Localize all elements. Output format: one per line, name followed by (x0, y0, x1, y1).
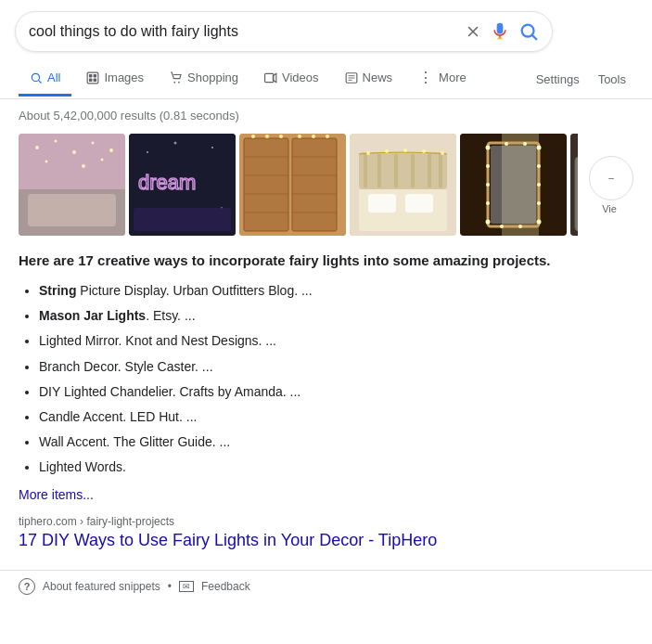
tab-all[interactable]: All (19, 61, 71, 97)
tab-news[interactable]: News (334, 61, 404, 97)
footer-help-text: About featured snippets (43, 580, 160, 593)
svg-text:dream: dream (138, 171, 196, 194)
list-item-text: DIY Lighted Chandelier. Crafts by Amanda… (39, 384, 300, 399)
tab-more[interactable]: ⋮ More (407, 59, 478, 98)
svg-rect-61 (439, 154, 442, 187)
strip-img-svg-4 (350, 134, 456, 236)
svg-point-78 (537, 164, 541, 168)
svg-point-22 (35, 146, 39, 149)
strip-image-5[interactable] (460, 134, 567, 236)
footer-feedback-text[interactable]: Feedback (201, 580, 250, 593)
svg-point-81 (537, 220, 542, 225)
svg-rect-102 (575, 157, 578, 231)
list-item-text: Lighted Mirror. Knot and Nest Designs. .… (39, 333, 276, 348)
list-item: Mason Jar Lights. Etsy. ... (39, 304, 633, 328)
list-item-bold2: Lights (107, 308, 146, 323)
svg-rect-21 (28, 194, 116, 226)
list-item-bold: Mason Jar (39, 308, 107, 323)
svg-point-80 (537, 201, 541, 205)
list-item-text: Candle Accent. LED Hut. ... (39, 409, 197, 424)
svg-rect-6 (88, 72, 99, 84)
svg-point-50 (279, 135, 283, 138)
bullet-list: String Picture Display. Urban Outfitters… (19, 279, 633, 480)
list-item-bold: String (39, 283, 76, 298)
list-item: DIY Lighted Chandelier. Crafts by Amanda… (39, 380, 633, 404)
nav-right: Settings Tools (529, 63, 633, 96)
svg-rect-55 (359, 152, 447, 189)
strip-img-svg-3 (239, 134, 346, 236)
strip-image-6[interactable] (570, 134, 578, 236)
close-icon (465, 23, 481, 40)
mic-button[interactable] (491, 22, 509, 41)
svg-point-79 (537, 183, 541, 187)
nav-tabs: All Images Shopping Videos (0, 52, 652, 99)
svg-point-33 (211, 147, 213, 148)
svg-marker-14 (273, 73, 276, 82)
list-item-text: Wall Accent. The Glitter Guide. ... (39, 434, 230, 449)
svg-rect-58 (394, 154, 398, 187)
svg-rect-57 (377, 154, 381, 187)
strip-image-2[interactable]: dream (129, 134, 236, 236)
main-content: Here are 17 creative ways to incorporate… (0, 247, 652, 551)
view-more-label: – (608, 173, 614, 184)
svg-rect-64 (405, 194, 433, 213)
svg-rect-7 (89, 73, 93, 77)
footer-bar: ? About featured snippets • ✉ Feedback (0, 570, 652, 602)
result-domain: tiphero.com › fairy-light-projects (19, 515, 633, 528)
search-button[interactable] (518, 21, 539, 42)
svg-point-66 (385, 149, 389, 153)
svg-rect-63 (368, 194, 396, 213)
svg-point-74 (486, 146, 491, 150)
svg-point-87 (486, 164, 490, 168)
strip-img-svg-2: dream (129, 134, 236, 236)
strip-img-svg-6 (570, 134, 578, 236)
image-strip-inner: dream (19, 134, 578, 236)
svg-rect-59 (411, 154, 415, 187)
mic-icon (491, 22, 509, 41)
svg-point-32 (147, 151, 148, 153)
svg-point-49 (265, 135, 269, 138)
svg-point-75 (505, 142, 508, 146)
svg-point-26 (109, 148, 113, 152)
settings-button[interactable]: Settings (529, 63, 587, 96)
list-item-text: . Etsy. ... (146, 308, 195, 323)
tab-shopping[interactable]: Shopping (159, 61, 249, 97)
view-label: Vie (602, 203, 617, 214)
clear-button[interactable] (465, 23, 481, 40)
strip-image-1[interactable] (19, 134, 125, 236)
strip-image-4[interactable] (350, 134, 456, 236)
list-item-text: Branch Decor. Style Caster. ... (39, 359, 213, 374)
svg-point-25 (92, 142, 95, 145)
svg-rect-10 (94, 78, 97, 82)
svg-rect-56 (364, 154, 367, 187)
search-icons (465, 21, 539, 42)
tab-images[interactable]: Images (75, 61, 155, 97)
svg-point-34 (174, 142, 177, 145)
strip-img-svg-1 (19, 134, 125, 236)
svg-line-3 (532, 35, 536, 39)
svg-point-76 (523, 142, 527, 146)
result-title-link[interactable]: 17 DIY Ways to Use Fairy Lights in Your … (19, 530, 633, 551)
tools-button[interactable]: Tools (591, 63, 633, 96)
svg-rect-13 (265, 73, 274, 82)
more-items-link[interactable]: More items... (19, 487, 633, 502)
videos-tab-icon (264, 71, 277, 84)
strip-image-3[interactable] (239, 134, 346, 236)
svg-point-86 (486, 183, 490, 187)
svg-point-83 (500, 225, 504, 228)
svg-point-11 (173, 81, 175, 83)
strip-img-svg-5 (460, 134, 567, 236)
list-item: String Picture Display. Urban Outfitters… (39, 279, 633, 303)
search-input[interactable]: cool things to do with fairy lights (29, 23, 457, 40)
svg-rect-38 (244, 138, 288, 231)
more-dots-icon: ⋮ (418, 69, 434, 86)
svg-rect-9 (89, 78, 93, 82)
news-tab-icon (345, 71, 358, 84)
svg-point-65 (366, 151, 370, 155)
list-item-text: Lighted Words. (39, 459, 126, 474)
view-more-wrap: – Vie (585, 156, 633, 214)
svg-point-28 (82, 164, 85, 168)
svg-point-29 (101, 159, 104, 161)
tab-videos[interactable]: Videos (253, 61, 330, 97)
view-more-button[interactable]: – (589, 156, 633, 200)
